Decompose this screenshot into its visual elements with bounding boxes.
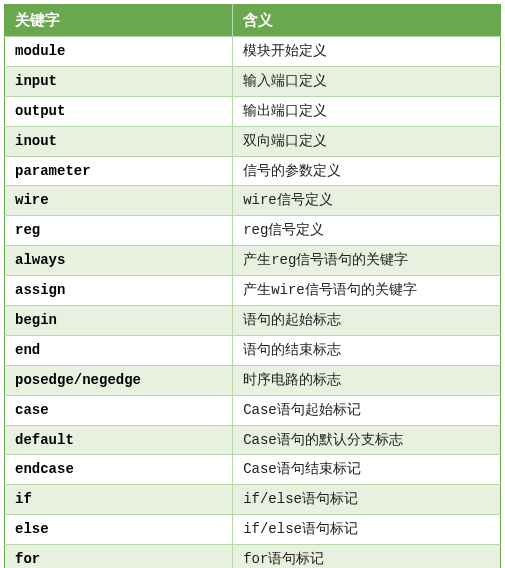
cell-keyword: output [5,96,233,126]
cell-keyword: wire [5,186,233,216]
cell-meaning: 语句的起始标志 [233,306,501,336]
table-row: elseif/else语句标记 [5,515,501,545]
table-body: module模块开始定义input输入端口定义output输出端口定义inout… [5,37,501,569]
cell-keyword: input [5,66,233,96]
cell-meaning: 双向端口定义 [233,126,501,156]
cell-keyword: for [5,545,233,568]
cell-keyword: reg [5,216,233,246]
cell-meaning: Case语句起始标记 [233,395,501,425]
cell-meaning: if/else语句标记 [233,515,501,545]
cell-meaning: 信号的参数定义 [233,156,501,186]
cell-keyword: endcase [5,455,233,485]
cell-meaning: if/else语句标记 [233,485,501,515]
cell-meaning: 语句的结束标志 [233,335,501,365]
table-row: module模块开始定义 [5,37,501,67]
table-row: forfor语句标记 [5,545,501,568]
table-row: end语句的结束标志 [5,335,501,365]
cell-keyword: inout [5,126,233,156]
table-row: always产生reg信号语句的关键字 [5,246,501,276]
table-row: begin语句的起始标志 [5,306,501,336]
table-row: defaultCase语句的默认分支标志 [5,425,501,455]
cell-meaning: reg信号定义 [233,216,501,246]
table-row: regreg信号定义 [5,216,501,246]
cell-meaning: 时序电路的标志 [233,365,501,395]
table-row: input输入端口定义 [5,66,501,96]
header-meaning: 含义 [233,5,501,37]
cell-keyword: end [5,335,233,365]
cell-meaning: for语句标记 [233,545,501,568]
cell-meaning: 输出端口定义 [233,96,501,126]
cell-keyword: parameter [5,156,233,186]
table-row: caseCase语句起始标记 [5,395,501,425]
header-keyword: 关键字 [5,5,233,37]
table-row: ifif/else语句标记 [5,485,501,515]
table-header-row: 关键字 含义 [5,5,501,37]
cell-meaning: 输入端口定义 [233,66,501,96]
cell-meaning: 产生reg信号语句的关键字 [233,246,501,276]
cell-keyword: default [5,425,233,455]
cell-meaning: Case语句结束标记 [233,455,501,485]
cell-keyword: begin [5,306,233,336]
table-row: endcaseCase语句结束标记 [5,455,501,485]
cell-keyword: assign [5,276,233,306]
table-row: assign产生wire信号语句的关键字 [5,276,501,306]
cell-meaning: wire信号定义 [233,186,501,216]
table-row: output输出端口定义 [5,96,501,126]
cell-keyword: always [5,246,233,276]
cell-meaning: 产生wire信号语句的关键字 [233,276,501,306]
cell-keyword: module [5,37,233,67]
table-row: inout双向端口定义 [5,126,501,156]
cell-keyword: posedge/negedge [5,365,233,395]
table-row: wirewire信号定义 [5,186,501,216]
cell-meaning: 模块开始定义 [233,37,501,67]
keywords-table: 关键字 含义 module模块开始定义input输入端口定义output输出端口… [4,4,501,568]
cell-keyword: case [5,395,233,425]
cell-meaning: Case语句的默认分支标志 [233,425,501,455]
cell-keyword: if [5,485,233,515]
table-row: posedge/negedge时序电路的标志 [5,365,501,395]
cell-keyword: else [5,515,233,545]
table-row: parameter信号的参数定义 [5,156,501,186]
